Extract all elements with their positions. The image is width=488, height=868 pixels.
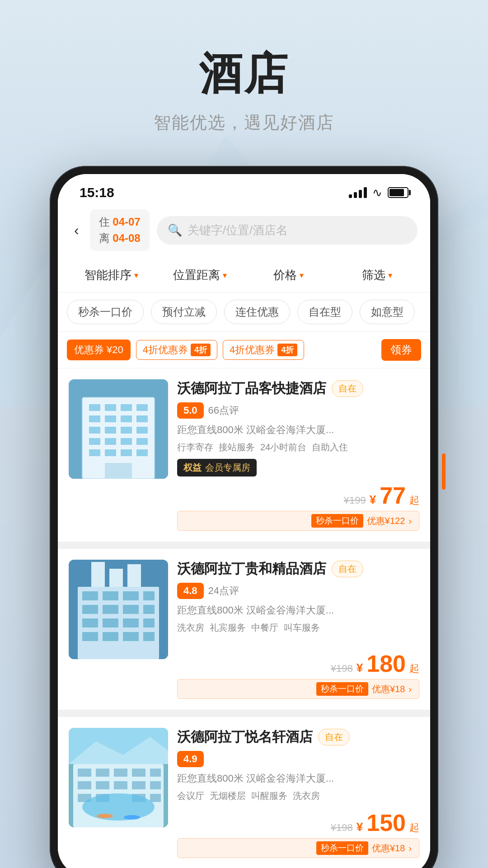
hotel-info-1: 沃德阿拉丁贵和精品酒店 自在 4.8 24点评 距您直线800米 汉峪金谷海洋大… [177, 560, 419, 699]
svg-rect-51 [132, 769, 145, 777]
filter-tag-3[interactable]: 自在型 [297, 300, 352, 324]
hotel-name-0: 沃德阿拉丁品客快捷酒店 [177, 379, 326, 398]
svg-rect-45 [127, 564, 141, 587]
hotel-price-unit-1: 起 [409, 662, 419, 675]
svg-rect-39 [82, 632, 98, 641]
svg-rect-4 [89, 404, 100, 411]
hotel-card-1[interactable]: 沃德阿拉丁贵和精品酒店 自在 4.8 24点评 距您直线800米 汉峪金谷海洋大… [58, 549, 430, 710]
sort-price[interactable]: 价格 ▾ [244, 258, 333, 292]
date-selector[interactable]: 住 04-07 离 04-08 [90, 209, 150, 251]
amenity-0-3: 自助入住 [312, 441, 348, 453]
hotel-amenities-0: 行李寄存 接站服务 24小时前台 自助入住 [177, 441, 419, 453]
coupon-badge-2: 4折 [277, 344, 297, 356]
hotel-card-2[interactable]: 沃德阿拉丁悦名轩酒店 自在 4.9 距您直线800米 汉峪金谷海洋大厦... 会… [58, 717, 430, 868]
svg-rect-34 [143, 605, 155, 614]
phone-frame: 15:18 ∿ ‹ [50, 166, 438, 868]
promo-arrow-2: › [408, 843, 412, 854]
hotel-price-original-1: ¥198 [331, 663, 353, 675]
filter-tag-4[interactable]: 如意型 [360, 300, 415, 324]
svg-rect-43 [91, 562, 105, 587]
checkin-date: 04-07 [113, 216, 140, 228]
hotel-card-0[interactable]: 沃德阿拉丁品客快捷酒店 自在 5.0 66点评 距您直线800米 汉峪金谷海洋大… [58, 368, 430, 542]
coupon-collect-button[interactable]: 领券 [381, 339, 421, 361]
page-title-sub: 智能优选，遇见好酒店 [154, 111, 334, 134]
amenity-0-0: 行李寄存 [177, 441, 213, 453]
coupon-item-0[interactable]: 优惠券 ¥20 [67, 340, 131, 360]
sort-filter-label: 筛选 [362, 267, 385, 283]
svg-rect-40 [103, 632, 118, 641]
checkout-date: 04-08 [113, 232, 140, 244]
coupon-label-0: 优惠券 [74, 343, 104, 357]
hotel-distance-2: 距您直线800米 汉峪金谷海洋大厦... [177, 772, 419, 785]
hotel-price-original-0: ¥199 [344, 495, 366, 506]
search-bar[interactable]: 🔍 关键字/位置/酒店名 [157, 216, 418, 245]
hotel-info-0: 沃德阿拉丁品客快捷酒店 自在 5.0 66点评 距您直线800米 汉峪金谷海洋大… [177, 379, 419, 531]
hotel-currency-0: ¥ [370, 493, 376, 507]
hotel-image-1 [69, 560, 168, 659]
sort-filter[interactable]: 筛选 ▾ [333, 258, 421, 292]
page-title-main: 酒店 [154, 45, 334, 104]
svg-rect-38 [143, 618, 155, 627]
svg-rect-24 [105, 463, 132, 479]
sort-price-label: 价格 [273, 267, 297, 283]
promo-arrow-1: › [408, 684, 412, 694]
hotel-list: 沃德阿拉丁品客快捷酒店 自在 5.0 66点评 距您直线800米 汉峪金谷海洋大… [58, 368, 430, 868]
svg-rect-17 [105, 438, 116, 445]
sort-location-label: 位置距离 [173, 267, 220, 283]
amenity-2-0: 会议厅 [177, 790, 204, 802]
svg-rect-15 [136, 427, 148, 434]
svg-rect-16 [89, 438, 100, 445]
back-button[interactable]: ‹ [70, 220, 83, 241]
svg-rect-21 [105, 449, 116, 456]
svg-rect-35 [82, 618, 98, 627]
svg-rect-11 [136, 415, 148, 422]
coupon-item-1[interactable]: 4折优惠券 4折 [136, 340, 217, 360]
svg-rect-6 [121, 404, 132, 411]
svg-rect-37 [123, 618, 139, 627]
checkout-label: 离 [99, 232, 110, 244]
coupon-bar: 优惠券 ¥20 4折优惠券 4折 4折优惠券 4折 领券 [58, 332, 430, 368]
amenity-1-2: 中餐厅 [251, 622, 278, 634]
amenity-0-2: 24小时前台 [260, 441, 306, 453]
svg-rect-18 [121, 438, 132, 445]
phone-screen: 15:18 ∿ ‹ [58, 174, 430, 868]
sort-smart[interactable]: 智能排序 ▾ [67, 258, 155, 292]
sort-smart-arrow: ▾ [134, 270, 138, 280]
svg-rect-14 [121, 427, 132, 434]
hotel-reviews-0: 66点评 [208, 404, 239, 417]
phone-mockup: 15:18 ∿ ‹ [50, 166, 438, 868]
amenity-2-3: 洗衣房 [293, 790, 320, 802]
hotel-price-unit-2: 起 [409, 821, 419, 835]
promo-amount-2: 优惠¥18 [372, 842, 405, 854]
hotel-price-main-2: 150 [366, 811, 406, 835]
status-bar: 15:18 ∿ [58, 174, 430, 204]
svg-rect-32 [103, 605, 118, 614]
svg-rect-5 [105, 404, 116, 411]
hotel-price-row-2: ¥198 ¥ 150 起 [177, 811, 419, 835]
promo-label-1: 秒杀一口价 [316, 682, 368, 696]
svg-rect-50 [114, 769, 127, 777]
hotel-price-unit-0: 起 [409, 494, 419, 507]
svg-rect-44 [109, 569, 123, 587]
filter-tag-2[interactable]: 连住优惠 [224, 300, 290, 324]
svg-rect-20 [89, 449, 100, 456]
wifi-icon: ∿ [372, 186, 382, 200]
svg-point-67 [97, 814, 113, 818]
coupon-item-2[interactable]: 4折优惠券 4折 [223, 340, 304, 360]
sort-location[interactable]: 位置距离 ▾ [155, 258, 244, 292]
amenity-2-1: 无烟楼层 [210, 790, 246, 802]
filter-tag-1[interactable]: 预付立减 [151, 300, 217, 324]
hotel-price-row-0: ¥199 ¥ 77 起 [177, 484, 419, 507]
svg-rect-48 [78, 769, 91, 777]
svg-rect-23 [136, 449, 148, 456]
filter-tag-0[interactable]: 秒杀一口价 [67, 300, 144, 324]
hotel-price-row-1: ¥198 ¥ 180 起 [177, 652, 419, 675]
signal-icon [349, 187, 367, 198]
scroll-indicator [442, 453, 446, 490]
member-room-0: 会员专属房 [205, 462, 250, 474]
hotel-distance-0: 距您直线800米 汉峪金谷海洋大厦... [177, 423, 419, 437]
sort-smart-label: 智能排序 [84, 267, 131, 283]
svg-rect-52 [150, 769, 161, 777]
search-input[interactable]: 关键字/位置/酒店名 [188, 222, 288, 238]
svg-rect-9 [105, 415, 116, 422]
